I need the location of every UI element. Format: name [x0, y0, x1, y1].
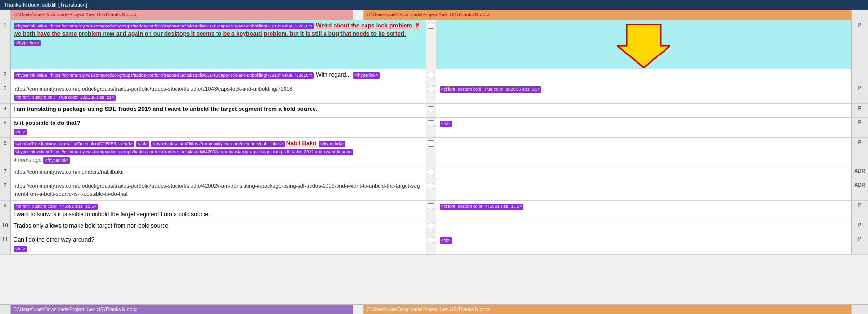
footer-row: C:\Users\user\Downloads\Project 1\en-US\… [0, 304, 868, 314]
seg-right-7[interactable] [436, 166, 852, 180]
seg-status-4: P [851, 104, 868, 117]
tag-cf-right-3: <cf font=custom bold=True color=282C36 s… [440, 86, 542, 93]
footer-left-path: C:\Users\user\Downloads\Project 1\en-US\… [14, 307, 137, 312]
seg-right-2[interactable] [436, 69, 852, 83]
segment-row-1: 1 <hyperlink value="https://community.rw… [0, 20, 868, 69]
segment-row-8: 8 https://community.rws.com/product-grou… [0, 180, 868, 201]
seg-num-11: 11 [0, 234, 11, 254]
tag-cf-end-6a: </cf> [136, 141, 149, 147]
tag-cf-end-right-5: </cf> [440, 121, 452, 127]
segment-row-5: 5 Is it possible to do that? </cf> </cf>… [0, 118, 868, 138]
seg-checkbox-3[interactable] [426, 83, 436, 103]
title-text: Thanks N.docx, sdlxliff [Translation] [4, 2, 87, 8]
tag-cf-italic-6: <cf nfa=True font=custom italic=True col… [14, 141, 134, 147]
seg-url-8: https://community.rws.com/product-groups… [14, 183, 420, 197]
seg-checkbox-7[interactable] [426, 166, 436, 180]
seg-num-7: 7 [0, 166, 11, 180]
seg-right-9[interactable]: <cf font=custom color=475561 size=10.5> [436, 201, 852, 220]
tag-hyperlink-2: <hyperlink value="https://community.rws.… [14, 72, 314, 79]
seg-checkbox-2[interactable] [426, 69, 436, 83]
seg-num-8: 8 [0, 180, 11, 200]
seg-right-10[interactable] [436, 220, 852, 234]
seg-right-3[interactable]: <cf font=custom bold=True color=282C36 s… [436, 83, 852, 103]
seg-right-1[interactable] [436, 20, 852, 69]
seg-checkbox-11[interactable] [426, 234, 436, 254]
seg-right-4[interactable] [436, 104, 852, 117]
checkbox-3[interactable] [428, 86, 434, 92]
tag-cf-right-9: <cf font=custom color=475561 size=10.5> [440, 204, 524, 210]
seg-content-9[interactable]: <cf font=custom color=475561 size=10.5> … [11, 201, 426, 220]
checkbox-9[interactable] [428, 203, 434, 209]
seg-checkbox-9[interactable] [426, 201, 436, 220]
left-header-path: C:\Users\user\Downloads\Project 1\en-US\… [14, 12, 137, 17]
checkbox-7[interactable] [428, 169, 434, 175]
seg-checkbox-6[interactable] [426, 138, 436, 166]
seg-status-10: P [851, 220, 868, 234]
seg-status-9: P [851, 201, 868, 220]
seg-checkbox-4[interactable] [426, 104, 436, 117]
tag-hyperlink-end-6b: </hyperlink> [43, 157, 70, 164]
checkbox-5[interactable] [428, 120, 434, 126]
seg-time-6: 4 hours ago [14, 157, 41, 163]
seg-content-3[interactable]: https://community.rws.com/product-groups… [11, 83, 426, 103]
seg-checkbox-10[interactable] [426, 220, 436, 234]
seg-right-6[interactable] [436, 138, 852, 166]
seg-checkbox-8[interactable] [426, 180, 436, 200]
tag-hyperlink-1: <hyperlink value="https://community.rws.… [14, 23, 314, 29]
tag-cf-end-right-11: </cf> [440, 237, 452, 244]
checkbox-4[interactable] [428, 106, 434, 112]
segment-row-9: 9 <cf font=custom color=475561 size=10.5… [0, 201, 868, 221]
seg-content-11[interactable]: Can i do the other way around? </cf> [11, 234, 426, 254]
seg-right-8[interactable] [436, 180, 852, 200]
seg-content-2[interactable]: <hyperlink value="https://community.rws.… [11, 69, 426, 83]
seg-content-8[interactable]: https://community.rws.com/product-groups… [11, 180, 426, 200]
tag-cf-9: <cf font=custom color=475561 size=10.5> [14, 204, 98, 210]
title-bar: Thanks N.docx, sdlxliff [Translation] [0, 0, 868, 10]
footer-right-path: C:\Users\user\Downloads\Project 1\en-US\… [366, 307, 490, 312]
segment-row-4: 4 I am translating a package using SDL T… [0, 104, 868, 118]
checkbox-8[interactable] [428, 183, 434, 189]
seg-text-11: Can i do the other way around? [14, 236, 94, 243]
seg-checkbox-1[interactable] [426, 20, 436, 69]
left-header: C:\Users\user\Downloads\Project 1\en-US\… [11, 10, 353, 20]
segment-row-2: 2 <hyperlink value="https://community.rw… [0, 69, 868, 83]
seg-url-3: https://community.rws.com/product-groups… [14, 86, 292, 92]
seg-checkbox-5[interactable] [426, 118, 436, 137]
seg-content-6[interactable]: <cf nfa=True font=custom italic=True col… [11, 138, 426, 166]
seg-text-10: Trados only allows to make bold target f… [14, 222, 170, 229]
header-row: C:\Users\user\Downloads\Project 1\en-US\… [0, 10, 868, 20]
seg-status-2 [851, 69, 868, 83]
seg-num-4: 4 [0, 104, 11, 117]
seg-num-2: 2 [0, 69, 11, 83]
seg-content-10[interactable]: Trados only allows to make bold target f… [11, 220, 426, 234]
seg-status-5: P [851, 118, 868, 137]
seg-right-11[interactable]: </cf> [436, 234, 852, 254]
seg-content-5[interactable]: Is it possible to do that? </cf> [11, 118, 426, 137]
footer-right: C:\Users\user\Downloads\Project 1\en-US\… [364, 304, 851, 314]
seg-text-5: Is it possible to do that? [14, 120, 80, 126]
seg-content-1[interactable]: <hyperlink value="https://community.rws.… [11, 20, 426, 69]
seg-text-4: I am translating a package using SDL Tra… [14, 106, 318, 112]
tag-hyperlink-end-1: </hyperlink> [14, 40, 41, 46]
arrow-container [439, 22, 849, 68]
seg-num-10: 10 [0, 220, 11, 234]
seg-content-4[interactable]: I am translating a package using SDL Tra… [11, 104, 426, 117]
checkbox-1[interactable] [428, 23, 434, 29]
seg-right-5[interactable]: </cf> [436, 118, 852, 137]
right-header-path: C:\Users\user\Downloads\Project 1\en-US\… [366, 12, 490, 17]
checkbox-6[interactable] [428, 140, 434, 147]
checkbox-10[interactable] [428, 223, 434, 229]
segments-area[interactable]: 1 <hyperlink value="https://community.rw… [0, 20, 868, 304]
seg-status-3: P [851, 83, 868, 103]
seg-num-3: 3 [0, 83, 11, 103]
seg-nabil-6: Nabil Bakri [286, 140, 317, 147]
checkbox-11[interactable] [428, 237, 434, 243]
footer-left: C:\Users\user\Downloads\Project 1\en-US\… [11, 304, 353, 314]
tag-hyperlink-end-2: </hyperlink> [353, 72, 380, 79]
segment-row-10: 10 Trados only allows to make bold targe… [0, 220, 868, 234]
seg-num-5: 5 [0, 118, 11, 137]
segment-row-7: 7 https://community.rws.com/members/nabi… [0, 166, 868, 180]
segment-row-6: 6 <cf nfa=True font=custom italic=True c… [0, 138, 868, 166]
checkbox-2[interactable] [428, 72, 434, 78]
seg-content-7[interactable]: https://community.rws.com/members/nabilb… [11, 166, 426, 180]
